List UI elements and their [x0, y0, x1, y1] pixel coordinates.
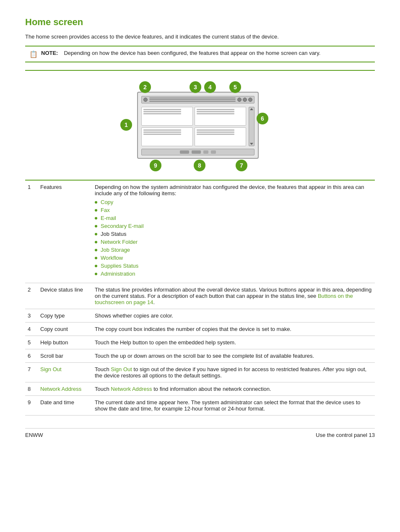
bottom-bar-item-1 [180, 150, 189, 154]
btn-line [143, 109, 181, 110]
features-table: 1 Features Depending on how the system a… [25, 181, 375, 416]
btn-line [143, 113, 181, 114]
row-desc-text-2: to find information about the network co… [152, 386, 271, 392]
secondary-email-link[interactable]: Secondary E-mail [101, 223, 144, 229]
status-icon-2 [243, 98, 247, 102]
network-address-label-link[interactable]: Network Address [40, 386, 81, 392]
row-label: Sign Out [38, 363, 92, 382]
btn-line [197, 129, 234, 131]
sign-out-inline-link[interactable]: Sign Out [111, 366, 132, 372]
device-diagram: 1 2 3 4 5 6 7 8 9 [112, 79, 288, 171]
row-label: Device status line [38, 283, 92, 309]
row-label: Copy count [38, 323, 92, 336]
btn-line [197, 134, 234, 135]
bullet-icon [95, 217, 97, 220]
row-desc: The status line provides information abo… [92, 283, 375, 309]
row-num: 5 [25, 336, 38, 349]
intro-text: The home screen provides access to the d… [25, 34, 375, 40]
list-item: Job Storage [95, 246, 372, 254]
row-desc-text: Touch the Help button to open the embedd… [95, 339, 236, 346]
btn-line [143, 111, 181, 112]
list-item: Network Folder [95, 238, 372, 246]
status-line-1 [149, 98, 236, 98]
page-footer: ENWW Use the control panel 13 [25, 428, 375, 438]
bottom-bar-item-4 [211, 150, 216, 154]
network-address-inline-link[interactable]: Network Address [111, 386, 152, 392]
table-row: 6 Scroll bar Touch the up or down arrows… [25, 349, 375, 363]
list-item: Administration [95, 270, 372, 278]
administration-link[interactable]: Administration [101, 271, 135, 277]
status-icon-1 [237, 98, 242, 102]
row-num: 2 [25, 283, 38, 309]
status-line-2 [149, 99, 236, 100]
status-bar-icons [237, 98, 252, 102]
bottom-bar-item-3 [203, 150, 208, 154]
note-label: NOTE: [41, 50, 58, 56]
row-num: 6 [25, 349, 38, 363]
copy-link[interactable]: Copy [101, 199, 113, 205]
bullet-icon [95, 265, 97, 267]
job-storage-link[interactable]: Job Storage [101, 247, 130, 253]
row-num: 1 [25, 181, 38, 283]
row-desc: The copy count box indicates the number … [92, 323, 375, 336]
btn-line [143, 132, 181, 133]
fax-link[interactable]: Fax [101, 207, 110, 213]
row-desc: The current date and time appear here. T… [92, 396, 375, 416]
note-text: Depending on how the device has been con… [64, 50, 320, 56]
table-row: 8 Network Address Touch Network Address … [25, 382, 375, 396]
feature-btn-3 [141, 127, 193, 146]
btn-line [197, 132, 234, 133]
callout-4: 4 [204, 81, 216, 93]
table-row: 2 Device status line The status line pro… [25, 283, 375, 309]
row-num: 4 [25, 323, 38, 336]
row-label: Date and time [38, 396, 92, 416]
sign-out-label-link[interactable]: Sign Out [40, 366, 62, 372]
row-desc: Touch the Help button to open the embedd… [92, 336, 375, 349]
btn-line [197, 109, 234, 110]
email-link[interactable]: E-mail [101, 215, 116, 221]
list-item: Job Status [95, 230, 372, 238]
callout-5: 5 [229, 81, 241, 93]
callout-3: 3 [190, 81, 201, 93]
status-lines [149, 98, 236, 102]
device-diagram-container: 1 2 3 4 5 6 7 8 9 [25, 70, 375, 181]
supplies-status-link[interactable]: Supplies Status [101, 263, 138, 269]
callout-2: 2 [139, 81, 151, 93]
list-item: Supplies Status [95, 262, 372, 270]
row-num: 8 [25, 382, 38, 396]
workflow-link[interactable]: Workflow [101, 255, 123, 261]
row-num: 3 [25, 309, 38, 323]
row-label: Help button [38, 336, 92, 349]
btn-line [143, 134, 181, 135]
table-row: 7 Sign Out Touch Sign Out to sign out of… [25, 363, 375, 382]
table-row: 9 Date and time The current date and tim… [25, 396, 375, 416]
list-item: Workflow [95, 254, 372, 262]
callout-1: 1 [120, 119, 132, 131]
row-desc-text: The current date and time appear here. T… [95, 399, 360, 412]
bottom-bar-item-2 [192, 150, 201, 154]
btn-line [143, 129, 181, 131]
feature-area [141, 107, 246, 146]
callout-8: 8 [194, 160, 205, 171]
row-label: Scroll bar [38, 349, 92, 363]
status-icon-3 [248, 98, 252, 102]
footer-right: Use the control panel 13 [316, 432, 375, 438]
row-desc-text: The copy count box indicates the number … [95, 326, 291, 332]
callout-6: 6 [257, 113, 268, 124]
note-box: 📋 NOTE: Depending on how the device has … [25, 46, 375, 62]
feature-btn-1 [141, 107, 193, 126]
table-row: 1 Features Depending on how the system a… [25, 181, 375, 283]
row-desc-text: Touch [95, 366, 111, 372]
bullet-icon [95, 273, 97, 275]
network-folder-link[interactable]: Network Folder [101, 239, 138, 245]
table-row: 5 Help button Touch the Help button to o… [25, 336, 375, 349]
list-item: Fax [95, 206, 372, 214]
table-row: 3 Copy type Shows whether copies are col… [25, 309, 375, 323]
row-desc-text: Shows whether copies are color. [95, 312, 173, 319]
row-desc: Depending on how the system administrato… [92, 181, 375, 283]
scroll-up-arrow [250, 108, 253, 110]
footer-left: ENWW [25, 432, 43, 438]
list-item: Secondary E-mail [95, 222, 372, 230]
btn-line [197, 113, 234, 114]
period: . [153, 299, 155, 305]
